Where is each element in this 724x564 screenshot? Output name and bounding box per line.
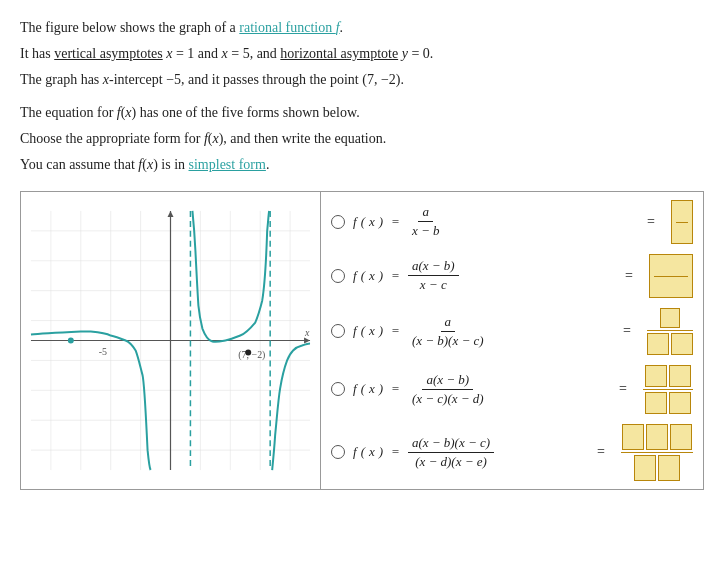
svg-point-29 <box>245 349 251 355</box>
svg-text:-5: -5 <box>99 346 107 357</box>
radio-form4[interactable] <box>331 382 345 396</box>
equals-4: = <box>619 381 627 397</box>
intro-block: The figure below shows the graph of a ra… <box>20 16 704 91</box>
simplest-form-link[interactable]: simplest form <box>189 157 266 172</box>
form-row-2: f(x) = a(x − b) x − c = <box>331 254 693 298</box>
formula-1: f(x) = a x − b <box>353 204 635 239</box>
ans-frac-1 <box>671 200 693 244</box>
ans-box-5-num1 <box>622 424 644 450</box>
form-row-1: f(x) = a x − b = <box>331 200 693 244</box>
ans-box-4-num1 <box>645 365 667 387</box>
ans-box-3-num <box>660 308 680 328</box>
formula-4: f(x) = a(x − b) (x − c)(x − d) <box>353 372 607 407</box>
answer-4 <box>643 365 693 414</box>
ans-box-5-num3 <box>670 424 692 450</box>
svg-point-28 <box>68 337 74 343</box>
ans-box-4-den2 <box>669 392 691 414</box>
form-row-3: f(x) = a (x − b)(x − c) = <box>331 308 693 355</box>
answer-2 <box>649 254 693 298</box>
radio-form1[interactable] <box>331 215 345 229</box>
radio-form5[interactable] <box>331 445 345 459</box>
ans-box-4-num2 <box>669 365 691 387</box>
ans-box-4-den1 <box>645 392 667 414</box>
equals-3: = <box>623 323 631 339</box>
form-row-4: f(x) = a(x − b) (x − c)(x − d) = <box>331 365 693 414</box>
instructions-block: The equation for f(x) has one of the fiv… <box>20 101 704 176</box>
ans-box-5-den2 <box>658 455 680 481</box>
instruction-line2: Choose the appropriate form for f(x), an… <box>20 127 704 151</box>
ans-box-5-num2 <box>646 424 668 450</box>
equals-2: = <box>625 268 633 284</box>
rational-function-link[interactable]: rational function f <box>239 20 339 35</box>
vert-asymptote-label: vertical asymptotes <box>54 46 162 61</box>
ans-box-3-den1 <box>647 333 669 355</box>
ans-box-3-den2 <box>671 333 693 355</box>
formula-2: f(x) = a(x − b) x − c <box>353 258 613 293</box>
ans-frac-2 <box>649 254 693 298</box>
radio-form2[interactable] <box>331 269 345 283</box>
horiz-asymptote-label: horizontal asymptote <box>280 46 398 61</box>
main-content: x -5 (7, −2) <box>20 191 704 490</box>
equals-5: = <box>597 444 605 460</box>
forms-area: f(x) = a x − b = f(x) = <box>321 192 703 489</box>
svg-text:x: x <box>304 326 310 337</box>
equals-1: = <box>647 214 655 230</box>
formula-5: f(x) = a(x − b)(x − c) (x − d)(x − e) <box>353 435 585 470</box>
form-row-5: f(x) = a(x − b)(x − c) (x − d)(x − e) = <box>331 424 693 481</box>
instruction-line1: The equation for f(x) has one of the fiv… <box>20 101 704 125</box>
intro-line1: The figure below shows the graph of a ra… <box>20 16 704 40</box>
svg-text:(7, −2): (7, −2) <box>238 349 265 361</box>
formula-3: f(x) = a (x − b)(x − c) <box>353 314 611 349</box>
answer-5 <box>621 424 693 481</box>
intro-line2: It has vertical asymptotes x = 1 and x =… <box>20 42 704 66</box>
instruction-line3: You can assume that f(x) is in simplest … <box>20 153 704 177</box>
graph-area: x -5 (7, −2) <box>21 192 321 489</box>
intro-line3: The graph has x-intercept −5, and it pas… <box>20 68 704 92</box>
radio-form3[interactable] <box>331 324 345 338</box>
answer-1 <box>671 200 693 244</box>
ans-box-5-den1 <box>634 455 656 481</box>
graph-svg: x -5 (7, −2) <box>21 192 320 489</box>
answer-3 <box>647 308 693 355</box>
